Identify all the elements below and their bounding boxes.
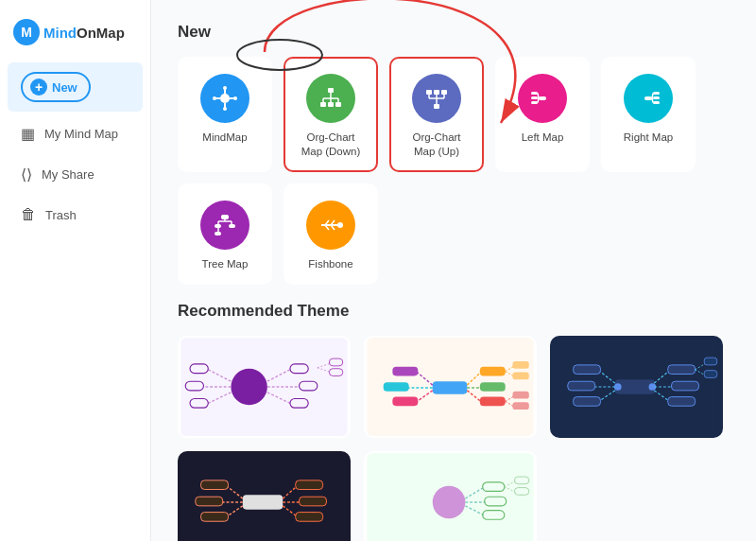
svg-rect-46 <box>215 232 221 236</box>
map-grid: MindMap Org-C <box>178 57 730 285</box>
svg-rect-117 <box>574 396 601 406</box>
map-card-tree-map[interactable]: Tree Map <box>178 183 272 285</box>
svg-line-42 <box>652 98 653 103</box>
svg-rect-12 <box>320 102 326 107</box>
svg-point-7 <box>223 86 227 90</box>
org-chart-down-label: Org-Chart Map (Down) <box>297 131 365 159</box>
svg-rect-77 <box>433 381 468 393</box>
theme-card-5[interactable] <box>364 451 537 541</box>
right-map-icon <box>624 74 673 123</box>
sidebar-label-trash: Trash <box>45 208 77 222</box>
svg-rect-124 <box>300 497 327 506</box>
left-map-label: Left Map <box>522 131 564 145</box>
svg-rect-31 <box>531 96 538 99</box>
svg-rect-82 <box>480 382 506 392</box>
map-card-org-chart-up[interactable]: Org-Chart Map (Up) <box>389 57 484 172</box>
svg-rect-91 <box>512 402 528 410</box>
map-card-mindmap[interactable]: MindMap <box>178 57 272 172</box>
org-chart-up-label: Org-Chart Map (Up) <box>403 131 471 159</box>
svg-rect-37 <box>653 92 660 95</box>
svg-rect-13 <box>328 102 334 107</box>
logo-icon: M <box>13 19 40 45</box>
fishbone-icon <box>306 201 355 250</box>
svg-rect-22 <box>434 90 439 95</box>
svg-rect-107 <box>668 396 696 406</box>
svg-rect-38 <box>653 96 660 99</box>
svg-point-100 <box>614 383 622 391</box>
svg-point-8 <box>223 107 227 111</box>
svg-rect-43 <box>221 215 229 219</box>
main-wrapper: New MindMap <box>151 0 756 541</box>
plus-icon: + <box>30 79 47 96</box>
tree-map-icon <box>200 201 249 250</box>
svg-point-133 <box>433 485 466 518</box>
theme-card-3[interactable] <box>550 336 723 438</box>
sidebar-item-trash[interactable]: 🗑 Trash <box>8 197 143 233</box>
logo-text: MindOnMap <box>43 25 125 41</box>
svg-rect-97 <box>392 396 418 406</box>
svg-point-2 <box>220 94 230 103</box>
svg-rect-105 <box>668 365 696 375</box>
svg-rect-130 <box>196 497 223 506</box>
svg-rect-14 <box>335 102 341 107</box>
new-button[interactable]: + New <box>21 72 91 102</box>
svg-rect-83 <box>480 396 506 406</box>
sidebar-item-my-share[interactable]: ⟨⟩ My Share <box>8 156 143 193</box>
svg-rect-129 <box>201 480 229 490</box>
sidebar-label-my-mind-map: My Mind Map <box>44 127 118 141</box>
theme-card-1[interactable] <box>178 336 351 438</box>
theme-card-2[interactable] <box>364 336 537 438</box>
map-card-org-chart-down[interactable]: Org-Chart Map (Down) <box>284 57 378 172</box>
svg-rect-36 <box>644 96 652 100</box>
svg-rect-87 <box>512 372 528 379</box>
org-chart-up-icon <box>412 74 461 123</box>
svg-rect-119 <box>243 495 283 509</box>
svg-point-57 <box>337 222 343 228</box>
fishbone-label: Fishbone <box>308 257 352 271</box>
map-card-right-map[interactable]: Right Map <box>601 57 696 172</box>
mindmap-label: MindMap <box>202 131 247 145</box>
svg-point-10 <box>233 96 237 100</box>
sidebar-item-my-mind-map[interactable]: ▦ My Mind Map <box>8 115 143 152</box>
svg-rect-86 <box>512 361 528 369</box>
svg-rect-125 <box>296 512 323 521</box>
logo: M MindOnMap <box>0 11 150 61</box>
svg-rect-90 <box>512 392 528 399</box>
sidebar-label-my-share: My Share <box>42 167 94 182</box>
svg-rect-23 <box>441 90 447 95</box>
svg-rect-116 <box>568 381 595 391</box>
recommended-section-title: Recommended Theme <box>178 302 730 321</box>
svg-rect-96 <box>384 382 409 392</box>
new-label: New <box>52 80 77 95</box>
my-mind-map-icon: ▦ <box>21 125 35 143</box>
svg-rect-39 <box>653 101 660 104</box>
svg-rect-131 <box>201 512 229 521</box>
sidebar-item-new[interactable]: + New <box>8 62 143 112</box>
trash-icon: 🗑 <box>21 206 36 223</box>
org-chart-down-icon <box>306 74 355 123</box>
sidebar: M MindOnMap + New ▦ My Mind Map ⟨⟩ My Sh… <box>0 0 151 541</box>
svg-rect-11 <box>328 88 334 93</box>
svg-rect-32 <box>531 101 538 104</box>
theme-card-4[interactable] <box>178 451 351 541</box>
svg-rect-30 <box>531 92 538 95</box>
svg-rect-21 <box>426 90 432 95</box>
map-card-fishbone[interactable]: Fishbone <box>284 183 378 285</box>
svg-rect-45 <box>229 224 235 228</box>
svg-rect-29 <box>539 96 546 100</box>
tree-map-label: Tree Map <box>202 257 249 271</box>
my-share-icon: ⟨⟩ <box>21 166 32 183</box>
new-section-title: New <box>178 23 730 42</box>
svg-rect-20 <box>434 104 439 109</box>
svg-rect-111 <box>704 370 716 377</box>
svg-rect-95 <box>392 367 418 376</box>
svg-point-59 <box>231 369 267 406</box>
svg-rect-44 <box>215 224 221 228</box>
main-content: New MindMap <box>151 0 756 541</box>
svg-line-35 <box>538 98 539 103</box>
left-map-icon <box>518 74 567 123</box>
svg-point-9 <box>213 96 216 100</box>
mindmap-icon <box>200 74 249 123</box>
map-card-left-map[interactable]: Left Map <box>495 57 590 172</box>
right-map-label: Right Map <box>624 131 673 145</box>
